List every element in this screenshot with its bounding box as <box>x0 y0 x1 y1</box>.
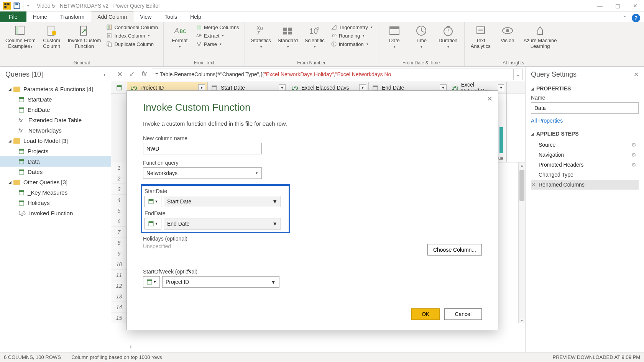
query-name-input[interactable] <box>531 102 639 114</box>
help-icon[interactable]: ? <box>632 14 640 22</box>
queries-header: Queries [10] <box>5 70 43 79</box>
tree-item[interactable]: Data <box>0 156 111 167</box>
startdate-type-button[interactable]: ▼ <box>145 196 161 207</box>
row-number[interactable]: 1 <box>111 162 127 173</box>
conditional-column-button[interactable]: Conditional Column <box>105 24 159 31</box>
scientific-button[interactable]: 10x Scientific▾ <box>302 24 327 50</box>
row-number[interactable]: 2 <box>111 173 127 184</box>
ribbon-collapse-icon[interactable]: ⌃ <box>623 15 627 21</box>
tab-tools[interactable]: Tools <box>158 11 184 22</box>
formula-cancel-icon[interactable]: ✕ <box>113 69 126 80</box>
merge-columns-button[interactable]: Merge Columns <box>194 24 241 31</box>
maximize-button[interactable]: ▢ <box>609 0 626 11</box>
svg-text:10: 10 <box>309 27 318 35</box>
applied-step[interactable]: ✕Renamed Columns <box>531 180 639 190</box>
tab-add-column[interactable]: Add Column <box>91 11 133 22</box>
tree-folder[interactable]: ◢Load to Model [3] <box>0 136 111 146</box>
formula-accept-icon[interactable]: ✓ <box>126 69 138 80</box>
qat-dropdown-icon[interactable]: ▾ <box>23 2 31 10</box>
column-from-examples-button[interactable]: Column From Examples▾ <box>4 24 37 50</box>
startofweek-select[interactable]: Project ID▼ <box>162 276 279 288</box>
formula-fx-icon[interactable]: fx <box>138 69 150 80</box>
settings-close-icon[interactable]: ✕ <box>634 71 639 78</box>
horizontal-scroll-left[interactable]: ‹ <box>130 343 131 350</box>
tree-item[interactable]: Projects <box>0 146 111 156</box>
svg-rect-55 <box>19 201 24 202</box>
vision-button[interactable]: Vision <box>495 24 520 44</box>
row-number[interactable]: 12 <box>111 280 127 291</box>
tree-item[interactable]: StartDate <box>0 94 111 105</box>
extract-button[interactable]: ABCExtract▾ <box>194 32 241 39</box>
formula-expand-icon[interactable]: ⌄ <box>514 69 523 80</box>
row-number[interactable]: 10 <box>111 259 127 270</box>
tree-item[interactable]: Dates <box>0 167 111 177</box>
tree-item[interactable]: fxExtended Date Table <box>0 115 111 125</box>
row-number[interactable]: 13 <box>111 291 127 302</box>
all-properties-link[interactable]: All Properties <box>531 118 563 124</box>
minimize-button[interactable]: — <box>591 0 609 11</box>
row-number[interactable]: 6 <box>111 216 127 227</box>
function-query-select[interactable]: Networkdays▼ <box>143 167 262 179</box>
startdate-select[interactable]: Start Date▼ <box>164 196 281 207</box>
ok-button[interactable]: OK <box>411 308 440 320</box>
save-icon[interactable] <box>13 2 21 10</box>
tab-transform[interactable]: Transform <box>54 11 91 22</box>
parse-button[interactable]: Parse▾ <box>194 41 241 48</box>
tree-folder[interactable]: ◢Other Queries [3] <box>0 177 111 187</box>
applied-step[interactable]: Changed Type <box>531 170 639 180</box>
row-number[interactable]: 15 <box>111 313 127 323</box>
tab-file[interactable]: File <box>0 11 26 22</box>
applied-step[interactable]: Navigation⚙ <box>531 150 639 160</box>
tree-item[interactable]: 123Invoked Function <box>0 208 111 218</box>
tree-item[interactable]: _Key Measures <box>0 187 111 198</box>
applied-steps-section-title[interactable]: APPLIED STEPS <box>531 131 639 137</box>
dialog-close-button[interactable]: ✕ <box>487 95 493 103</box>
properties-section-title[interactable]: PROPERTIES <box>531 85 639 92</box>
rounding-button[interactable]: .00Rounding▾ <box>329 32 374 39</box>
queries-collapse-icon[interactable]: ‹ <box>104 71 105 78</box>
row-number[interactable]: 14 <box>111 302 127 313</box>
row-number[interactable]: 7 <box>111 227 127 238</box>
choose-column-button[interactable]: Choose Column... <box>427 244 482 256</box>
applied-step[interactable]: Source⚙ <box>531 140 639 150</box>
tree-item[interactable]: fxNetworkdays <box>0 125 111 136</box>
tree-item[interactable]: EndDate <box>0 105 111 115</box>
formula-input[interactable]: = Table.RenameColumns(#"Changed Type",{{… <box>152 69 514 80</box>
trigonometry-button[interactable]: Trigonometry▾ <box>329 24 374 31</box>
row-number-header[interactable] <box>111 82 127 93</box>
tree-item[interactable]: Holidays <box>0 198 111 208</box>
text-analytics-button[interactable]: Text Analytics <box>468 24 493 50</box>
date-button[interactable]: Date▾ <box>382 24 407 50</box>
row-number[interactable]: 3 <box>111 184 127 195</box>
ribbon-tabs: File Home Transform Add Column View Tool… <box>0 11 644 22</box>
custom-column-button[interactable]: Custom Column <box>39 24 64 50</box>
duration-button[interactable]: Duration▾ <box>436 24 460 50</box>
tree-folder[interactable]: ◢Parameters & Functions [4] <box>0 84 111 94</box>
information-button[interactable]: iInformation▾ <box>329 41 374 48</box>
new-column-name-input[interactable] <box>143 143 262 154</box>
vertical-scrollbar[interactable]: ▴ ▾ <box>518 162 525 323</box>
format-button[interactable]: ABC Format▾ <box>168 24 192 50</box>
invoke-custom-function-button[interactable]: Invoke Custom Function <box>66 24 103 50</box>
cancel-button[interactable]: Cancel <box>444 308 482 320</box>
svg-text:x: x <box>317 26 319 31</box>
row-number[interactable]: 11 <box>111 270 127 280</box>
enddate-type-button[interactable]: ▼ <box>145 218 161 229</box>
azure-ml-button[interactable]: Azure Machine Learning <box>522 24 559 50</box>
enddate-select[interactable]: End Date▼ <box>164 218 281 229</box>
tab-help[interactable]: Help <box>184 11 208 22</box>
applied-step[interactable]: Promoted Headers⚙ <box>531 160 639 170</box>
row-number[interactable]: 9 <box>111 248 127 259</box>
startofweek-type-button[interactable]: ▼ <box>143 276 160 288</box>
row-number[interactable]: 4 <box>111 195 127 205</box>
duplicate-column-button[interactable]: Duplicate Column <box>105 41 159 48</box>
tab-view[interactable]: View <box>133 11 158 22</box>
close-button[interactable]: ✕ <box>626 0 644 11</box>
index-column-button[interactable]: #Index Column▾ <box>105 32 159 39</box>
row-number[interactable]: 5 <box>111 205 127 216</box>
row-number[interactable]: 8 <box>111 238 127 248</box>
statistics-button[interactable]: XσΣ Statistics▾ <box>249 24 273 50</box>
time-button[interactable]: Time▾ <box>409 24 434 50</box>
standard-button[interactable]: Standard▾ <box>276 24 300 50</box>
tab-home[interactable]: Home <box>26 11 54 22</box>
